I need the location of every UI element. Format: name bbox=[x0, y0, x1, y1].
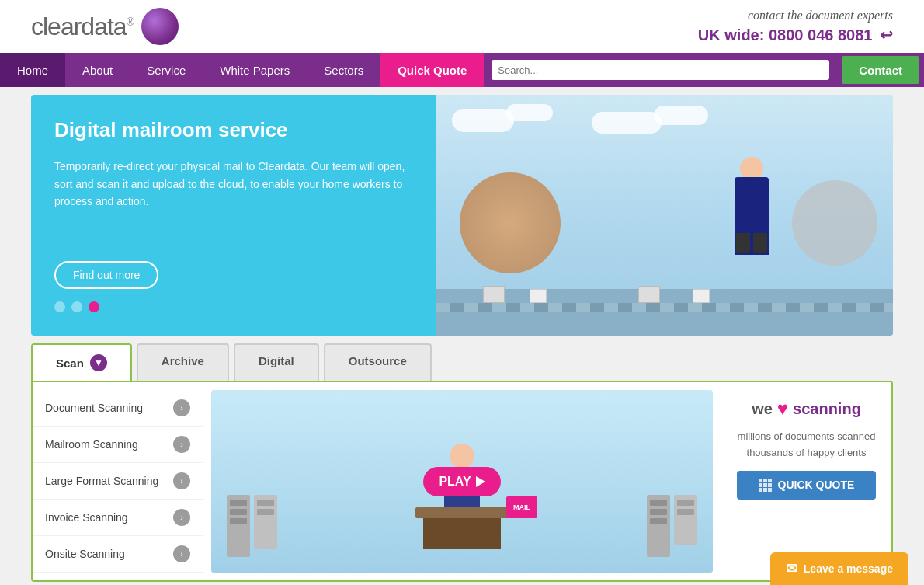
menu-item-document-scanning[interactable]: Document Scanning › bbox=[33, 390, 203, 427]
grid-cell-7 bbox=[759, 488, 762, 492]
grid-icon bbox=[759, 479, 772, 492]
quick-quote-button[interactable]: QUICK QUOTE bbox=[737, 471, 876, 500]
nav-item-quick-quote[interactable]: Quick Quote bbox=[380, 53, 484, 87]
tab-archive[interactable]: Archive bbox=[137, 343, 229, 381]
nav-item-home[interactable]: Home bbox=[0, 53, 65, 87]
contact-tagline: contact the document experts bbox=[698, 9, 893, 23]
drawer-4 bbox=[257, 500, 274, 506]
grid-cell-9 bbox=[768, 488, 772, 492]
scan-sidebar-menu: Document Scanning › Mailroom Scanning › … bbox=[33, 382, 203, 580]
nav-contact-button[interactable]: Contact bbox=[842, 56, 919, 84]
cloud-4 bbox=[654, 106, 708, 125]
cloud-1 bbox=[452, 109, 514, 132]
filing-cabinets-left bbox=[227, 495, 277, 557]
we-love-prefix: we bbox=[752, 400, 773, 418]
hero-dots bbox=[54, 301, 413, 312]
drawer-8 bbox=[650, 518, 667, 524]
grid-cell-3 bbox=[768, 479, 772, 482]
menu-label-large-format-scanning: Large Format Scanning bbox=[45, 475, 158, 487]
cloud-2 bbox=[506, 104, 553, 121]
menu-arrow-document-scanning: › bbox=[173, 399, 190, 416]
cabinet-3 bbox=[647, 495, 670, 557]
tab-scan[interactable]: Scan ▼ bbox=[31, 343, 132, 381]
person-body bbox=[735, 177, 769, 232]
menu-label-document-scanning: Document Scanning bbox=[45, 402, 143, 414]
menu-item-mailroom-scanning[interactable]: Mailroom Scanning › bbox=[33, 427, 203, 463]
main-content: Scan ▼ Archive Digital Outsource Documen… bbox=[31, 343, 893, 582]
menu-label-mailroom-scanning: Mailroom Scanning bbox=[45, 438, 138, 451]
stat-2: thousands of happy clients bbox=[738, 445, 876, 461]
we-love-suffix: scanning bbox=[793, 400, 861, 418]
menu-arrow-large-format-scanning: › bbox=[173, 472, 190, 489]
menu-arrow-mailroom-scanning: › bbox=[173, 436, 190, 453]
grid-cell-5 bbox=[763, 483, 767, 487]
quick-quote-label: QUICK QUOTE bbox=[778, 479, 855, 491]
cabinet-4 bbox=[674, 495, 697, 545]
tab-scan-chevron: ▼ bbox=[90, 354, 107, 371]
drawer-1 bbox=[230, 500, 247, 506]
conveyor-belt bbox=[436, 303, 893, 312]
phone-label: UK wide: bbox=[698, 26, 765, 44]
hero-illustration bbox=[436, 95, 893, 336]
box-3 bbox=[638, 286, 660, 303]
box-2 bbox=[530, 289, 547, 303]
drawer-9 bbox=[677, 500, 694, 506]
menu-item-large-format-scanning[interactable]: Large Format Scanning › bbox=[33, 463, 203, 500]
desk-base bbox=[423, 518, 501, 549]
right-panel: we ♥ scanning millions of documents scan… bbox=[721, 382, 891, 580]
contact-area: contact the document experts UK wide: 08… bbox=[698, 9, 893, 44]
menu-arrow-onsite-scanning: › bbox=[173, 545, 190, 562]
play-button[interactable]: PLAY bbox=[423, 467, 500, 496]
drawer-6 bbox=[650, 500, 667, 506]
live-chat-button[interactable]: ✉ Leave a message bbox=[770, 552, 908, 585]
grid-cell-4 bbox=[759, 483, 762, 487]
drawer-7 bbox=[650, 509, 667, 515]
menu-item-invoice-scanning[interactable]: Invoice Scanning › bbox=[33, 500, 203, 536]
phone-number: 0800 046 8081 bbox=[769, 26, 872, 44]
menu-item-onsite-scanning[interactable]: Onsite Scanning › bbox=[33, 536, 203, 573]
search-input[interactable] bbox=[492, 60, 829, 80]
grid-cell-8 bbox=[763, 488, 767, 492]
video-area[interactable]: MAIL PLAY bbox=[211, 390, 713, 573]
hero-body: Temporarily re-direct your physical mail… bbox=[54, 158, 413, 210]
hero-dot-1[interactable] bbox=[54, 301, 65, 312]
nav-item-white-papers[interactable]: White Papers bbox=[203, 53, 307, 87]
content-panel: Document Scanning › Mailroom Scanning › … bbox=[31, 381, 893, 582]
stat-1: millions of documents scanned bbox=[738, 429, 876, 445]
hero-illustration-bg bbox=[436, 95, 893, 336]
conveyor-base bbox=[436, 289, 893, 336]
navigation: Home About Service White Papers Sectors … bbox=[0, 53, 924, 87]
logo-registered: ® bbox=[127, 16, 134, 28]
cloud-3 bbox=[592, 112, 662, 134]
contact-phone: UK wide: 0800 046 8081 ↩ bbox=[698, 26, 893, 44]
mail-envelope: MAIL bbox=[506, 496, 537, 518]
leg-left bbox=[736, 233, 750, 253]
hero-banner: Digital mailroom service Temporarily re-… bbox=[31, 95, 893, 336]
hero-cta-button[interactable]: Find out more bbox=[54, 261, 158, 289]
desk-surface bbox=[415, 507, 509, 518]
play-triangle-icon bbox=[476, 476, 485, 487]
nav-item-about[interactable]: About bbox=[65, 53, 130, 87]
tab-digital[interactable]: Digital bbox=[234, 343, 319, 381]
phone-swirl-icon: ↩ bbox=[880, 26, 893, 44]
drawer-10 bbox=[677, 509, 694, 515]
hero-dot-3[interactable] bbox=[89, 301, 99, 312]
we-love-row: we ♥ scanning bbox=[752, 398, 861, 420]
hero-dot-2[interactable] bbox=[71, 301, 82, 312]
stats-text: millions of documents scanned thousands … bbox=[738, 429, 876, 461]
tabs-row: Scan ▼ Archive Digital Outsource bbox=[31, 343, 893, 381]
cabinet-1 bbox=[227, 495, 250, 557]
drawer-3 bbox=[230, 518, 247, 524]
menu-label-invoice-scanning: Invoice Scanning bbox=[45, 511, 128, 524]
nav-item-service[interactable]: Service bbox=[130, 53, 203, 87]
drawer-5 bbox=[257, 509, 274, 515]
grid-cell-1 bbox=[759, 479, 762, 482]
tab-outsource[interactable]: Outsource bbox=[324, 343, 432, 381]
nav-search-area bbox=[484, 53, 837, 87]
heart-icon: ♥ bbox=[777, 398, 788, 420]
drawer-2 bbox=[230, 509, 247, 515]
logo-wordmark: cleardata bbox=[31, 12, 127, 40]
nav-item-sectors[interactable]: Sectors bbox=[307, 53, 380, 87]
header: cleardata® contact the document experts … bbox=[0, 0, 924, 53]
grid-cell-6 bbox=[768, 483, 772, 487]
